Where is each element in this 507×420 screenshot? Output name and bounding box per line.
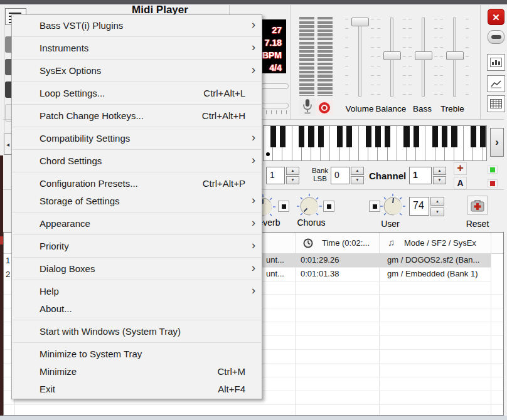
line-chart-view-button[interactable] (487, 75, 505, 92)
menu-item[interactable]: Storage of Settings › (12, 192, 262, 209)
bass-slider[interactable] (407, 16, 439, 98)
menu-item[interactable]: Dialog Boxes › (12, 260, 262, 277)
menu-item-shortcut: Ctrl+Alt+P (203, 178, 245, 189)
submenu-arrow-icon: › (252, 261, 255, 275)
microphone-button[interactable] (299, 98, 316, 116)
red-led-icon (490, 181, 495, 186)
channel-active-led-button[interactable] (488, 165, 498, 174)
vu-meter-left (299, 17, 314, 96)
bank-lsb-stepper[interactable]: ▲ ▼ (351, 167, 364, 184)
menu-separator (13, 172, 261, 172)
clock-icon (303, 238, 313, 248)
song-name-cell: unt... (266, 269, 284, 278)
user-value-field[interactable]: 74 (409, 197, 429, 216)
menu-item[interactable]: Start with Windows (System Tray) (12, 322, 262, 340)
bank-lsb-field[interactable]: 0 (331, 167, 350, 184)
add-channel-button[interactable]: + (454, 162, 467, 175)
treble-slider-thumb[interactable] (446, 51, 464, 60)
menu-item[interactable]: SysEx Options › (12, 61, 262, 79)
menu-item-label: Help (40, 286, 59, 297)
menu-item[interactable]: About... (12, 300, 262, 317)
menu-item-label: Exit (40, 384, 55, 394)
menu-item[interactable]: Priority › (12, 237, 262, 255)
channel-mute-led-button[interactable] (488, 179, 498, 187)
time-cell: 0:01:29.26 (301, 255, 339, 265)
hamburger-icon (9, 13, 21, 14)
menu-item-label: Priority (40, 241, 69, 251)
volume-slider[interactable] (343, 16, 376, 98)
music-note-icon: ♫ (388, 237, 395, 248)
menu-separator (13, 257, 261, 258)
panel-divider (480, 5, 481, 119)
menu-item[interactable]: Chord Settings › (12, 152, 262, 169)
menu-item[interactable]: Appearance › (12, 214, 262, 232)
menu-item-label: Patch Change Hotkeys... (40, 110, 144, 121)
piano-keyboard[interactable] (263, 125, 487, 161)
reset-label: Reset (456, 219, 499, 229)
bass-slider-thumb[interactable] (415, 51, 432, 60)
grid-view-button[interactable] (487, 95, 505, 112)
menu-separator (13, 59, 261, 60)
menu-item[interactable]: Help › (12, 282, 262, 300)
submenu-arrow-icon: › (252, 239, 255, 252)
vu-meter-right (318, 17, 333, 96)
line-chart-icon (490, 80, 502, 88)
menu-item-label: Configuration Presets... (40, 178, 138, 189)
record-icon (319, 102, 330, 113)
user-knob[interactable] (380, 193, 406, 219)
reverb-toggle-button[interactable] (278, 201, 289, 212)
panel-divider (291, 5, 291, 119)
reset-button[interactable] (467, 196, 488, 215)
stepper-down-icon[interactable]: ▼ (286, 176, 299, 184)
balance-slider-thumb[interactable] (383, 51, 401, 60)
menu-item[interactable]: Configuration Presets... Ctrl+Alt+P (12, 174, 262, 192)
time-cell: 0:01:01.38 (301, 269, 339, 278)
chorus-toggle-button[interactable] (323, 201, 334, 212)
menu-item-shortcut: Alt+F4 (218, 384, 245, 394)
menu-item[interactable]: Bass VST(i) Plugins › (12, 16, 262, 34)
bar-chart-view-button[interactable] (487, 54, 505, 71)
bank-msb-stepper[interactable]: ▲ ▼ (286, 167, 299, 184)
chorus-label: Chorus (289, 218, 333, 228)
background-window-edge (0, 0, 507, 4)
channel-field[interactable]: 1 (409, 167, 432, 184)
left-arrow-icon: ◂ (6, 141, 9, 148)
menu-item[interactable]: Minimize to System Tray (12, 345, 262, 362)
menu-item[interactable]: Compatibility Settings › (12, 129, 262, 147)
menu-item[interactable]: Loop Settings... Ctrl+Alt+L (12, 84, 262, 102)
keyboard-scroll-right-button[interactable]: › (490, 128, 504, 157)
menu-item-label: Minimize to System Tray (40, 349, 142, 359)
time-column-header[interactable]: Time (0:02:... (322, 238, 370, 248)
menu-item-shortcut: Ctrl+Alt+H (202, 110, 245, 121)
middle-c-marker (266, 152, 270, 156)
menu-item[interactable]: Exit Alt+F4 (12, 380, 262, 397)
bank-msb-field[interactable]: 1 (266, 167, 285, 184)
user-stepper-up[interactable]: ▲ (430, 197, 444, 206)
right-arrow-icon: › (495, 136, 499, 148)
treble-slider[interactable] (438, 16, 471, 98)
stepper-up-icon[interactable]: ▲ (286, 167, 299, 175)
all-channels-button[interactable]: A (454, 177, 467, 189)
user-toggle-button[interactable] (369, 201, 380, 212)
channel-stepper[interactable]: ▲ ▼ (433, 167, 446, 184)
microphone-icon (302, 98, 313, 115)
black-keys[interactable] (264, 126, 486, 147)
mode-column-header[interactable]: Mode / SF2 / SysEx (404, 238, 476, 248)
menu-item-label: Dialog Boxes (40, 263, 95, 274)
close-button[interactable]: ✕ (488, 9, 504, 25)
minimize-button[interactable] (488, 30, 504, 44)
mode-cell: gm / DOGOS2.sf2 (Ban... (387, 255, 479, 265)
menu-item[interactable]: Minimize Ctrl+M (12, 362, 262, 380)
menu-item[interactable]: Patch Change Hotkeys... Ctrl+Alt+H (12, 107, 262, 124)
menu-item-label: Minimize (40, 366, 77, 377)
chorus-knob[interactable] (296, 193, 323, 219)
submenu-arrow-icon: › (252, 154, 255, 167)
record-button[interactable] (316, 100, 333, 115)
first-aid-reset-icon (470, 199, 485, 213)
menu-separator (13, 320, 261, 320)
volume-slider-thumb[interactable] (351, 18, 369, 26)
user-stepper-down[interactable]: ▼ (430, 207, 444, 216)
close-icon: ✕ (492, 12, 500, 23)
balance-slider[interactable] (375, 16, 408, 98)
menu-item[interactable]: Instruments › (12, 39, 262, 56)
